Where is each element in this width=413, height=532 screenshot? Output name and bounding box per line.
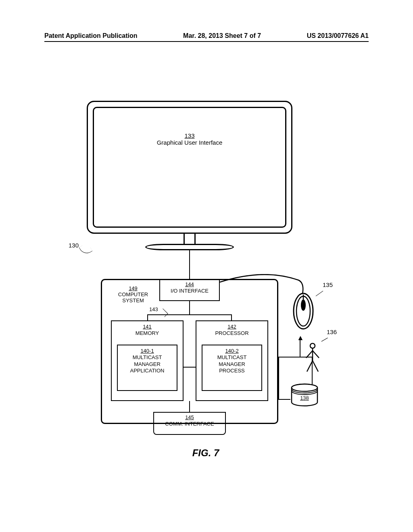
memory-label: MEMORY bbox=[136, 330, 159, 336]
bus-segment bbox=[189, 301, 190, 314]
comm-label: COMM. INTERFACE bbox=[165, 421, 214, 427]
bus-ref: 143 bbox=[149, 306, 158, 312]
monitor-screen: 133 Graphical User Interface bbox=[93, 107, 286, 228]
process-label-1: MULTICAST bbox=[217, 354, 247, 360]
computer-system-text: COMPUTER SYSTEM bbox=[118, 291, 148, 303]
svg-line-6 bbox=[306, 351, 313, 358]
svg-line-8 bbox=[307, 361, 313, 372]
process-label-3: PROCESS bbox=[219, 368, 245, 374]
io-ref: 144 bbox=[160, 281, 219, 288]
app-label-1: MULTICAST bbox=[133, 354, 162, 360]
svg-line-9 bbox=[313, 361, 318, 372]
app-ref: 140-1 bbox=[118, 348, 177, 354]
io-interface-box: 144 I/O INTERFACE bbox=[159, 279, 220, 301]
header-center: Mar. 28, 2013 Sheet 7 of 7 bbox=[183, 32, 261, 39]
monitor-cable bbox=[189, 250, 190, 279]
processor-label: PROCESSOR bbox=[215, 330, 248, 336]
mouse-callout: 135 bbox=[323, 281, 333, 288]
header-rule bbox=[44, 41, 369, 42]
app-label-3: APPLICATION bbox=[130, 368, 164, 374]
monitor-base bbox=[145, 244, 234, 250]
computer-system-ref: 149 bbox=[109, 285, 157, 291]
bus-segment bbox=[231, 314, 232, 320]
gui-ref: 133 bbox=[94, 132, 285, 139]
monitor-bezel: 133 Graphical User Interface bbox=[87, 101, 292, 234]
monitor-callout: 130 bbox=[69, 242, 79, 249]
memory-ref: 141 bbox=[112, 324, 183, 330]
header-left: Patent Application Publication bbox=[44, 32, 138, 39]
mouse-cable bbox=[220, 274, 305, 294]
app-label-2: MANAGER bbox=[134, 361, 161, 367]
arrow-up-icon: ▲ bbox=[297, 334, 304, 342]
comm-interface-box: 145 COMM. INTERFACE bbox=[153, 412, 226, 435]
monitor-leadline bbox=[79, 242, 92, 256]
mouse-icon bbox=[292, 292, 315, 330]
connector-line bbox=[278, 399, 290, 400]
comm-ref: 145 bbox=[154, 414, 225, 421]
svg-point-4 bbox=[310, 343, 315, 348]
gui-label: Graphical User Interface bbox=[157, 139, 223, 146]
multicast-process-box: 140-2 MULTICAST MANAGER PROCESS bbox=[202, 345, 262, 391]
database-ref: 138 bbox=[290, 395, 319, 401]
svg-point-2 bbox=[301, 299, 306, 311]
gui-block: 133 Graphical User Interface bbox=[94, 132, 285, 146]
bus-segment bbox=[184, 367, 196, 368]
multicast-app-box: 140-1 MULTICAST MANAGER APPLICATION bbox=[117, 345, 177, 391]
svg-line-7 bbox=[313, 351, 319, 358]
process-label-2: MANAGER bbox=[219, 361, 245, 367]
computer-system-label: 149 COMPUTER SYSTEM bbox=[109, 285, 157, 303]
header-right: US 2013/0077626 A1 bbox=[307, 32, 369, 39]
figure-caption: FIG. 7 bbox=[75, 447, 337, 459]
processor-ref: 142 bbox=[196, 324, 267, 330]
svg-point-11 bbox=[292, 384, 317, 391]
process-ref: 140-2 bbox=[202, 348, 261, 354]
page-header: Patent Application Publication Mar. 28, … bbox=[0, 32, 413, 39]
io-label: I/O INTERFACE bbox=[171, 288, 209, 294]
bus-segment bbox=[147, 314, 148, 320]
bus-segment bbox=[189, 401, 190, 412]
connector-line bbox=[278, 357, 279, 400]
monitor-neck bbox=[184, 234, 196, 245]
user-callout: 136 bbox=[327, 328, 337, 335]
person-icon bbox=[305, 343, 321, 373]
bus-segment bbox=[147, 314, 232, 315]
